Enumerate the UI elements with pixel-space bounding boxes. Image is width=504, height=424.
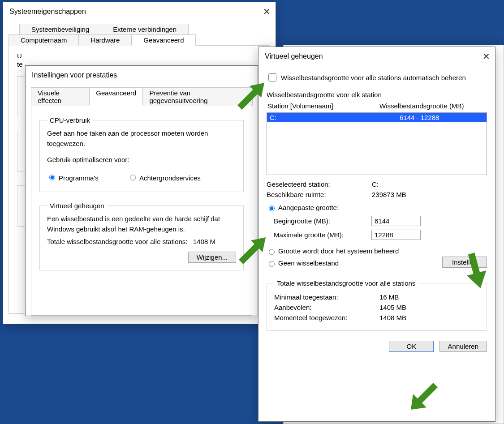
vm-group-label: Virtueel geheugen [47, 202, 107, 210]
radio-custom-size[interactable]: Aangepaste grootte: [267, 204, 487, 211]
cpu-opt-label: Gebruik optimaliseren voor: [47, 156, 236, 163]
tab-externe-verbindingen[interactable]: Externe verbindingen [101, 24, 189, 34]
total-group-label: Totale wisselbestandsgrootte voor alle s… [274, 279, 418, 287]
vm-desc1: Een wisselbestand is een gedeelte van de… [47, 214, 236, 224]
close-icon[interactable]: ✕ [482, 51, 491, 62]
tab-computernaam[interactable]: Computernaam [9, 34, 79, 46]
current-value: 1408 MB [379, 314, 406, 321]
ok-button[interactable]: OK [389, 341, 434, 352]
available-space-value: 239873 MB [372, 191, 406, 198]
window-performance-settings: Instellingen voor prestaties Visuele eff… [25, 65, 258, 316]
tab-hardware[interactable]: Hardware [78, 34, 132, 46]
drive-list[interactable]: C: 6144 - 12288 [267, 112, 487, 175]
col-station: Station [Volumenaam] [267, 102, 379, 110]
selected-station-value: C: [372, 180, 379, 188]
recommended-value: 1405 MB [379, 304, 406, 311]
min-allowed-label: Minimaal toegestaan: [274, 293, 379, 301]
cancel-button[interactable]: Annuleren [439, 341, 487, 352]
sysprops-text-fragment: U [17, 52, 262, 60]
set-button[interactable]: Instellen [442, 257, 487, 268]
cpu-desc: Geef aan hoe taken aan de processor moet… [47, 128, 236, 149]
tab-visuele-effecten[interactable]: Visuele effecten [31, 87, 90, 106]
vm-total-value: 1408 M [193, 238, 215, 245]
col-size: Wisselbestandsgrootte (MB) [379, 102, 484, 110]
tab-perf-geavanceerd[interactable]: Geavanceerd [89, 87, 143, 106]
per-station-label: Wisselbestandsgrootte voor elk station [267, 91, 487, 99]
window-virtual-memory: Virtueel geheugen ✕ Wisselbestandsgroott… [258, 47, 495, 422]
max-size-label: Maximale grootte (MB): [274, 231, 371, 239]
drive-row-c[interactable]: C: 6144 - 12288 [267, 113, 487, 122]
tab-dep[interactable]: Preventie van gegevensuitvoering [142, 87, 253, 106]
change-button[interactable]: Wijzigen... [188, 252, 236, 263]
close-icon[interactable]: ✕ [262, 6, 271, 17]
tab-geavanceerd[interactable]: Geavanceerd [131, 34, 196, 46]
initial-size-label: Begingrootte (MB): [274, 217, 371, 225]
radio-programs[interactable]: Programma's [47, 173, 128, 182]
radio-bg-services[interactable]: Achtergrondservices [128, 173, 201, 182]
vm-title: Virtueel geheugen [265, 52, 323, 60]
min-allowed-value: 16 MB [379, 293, 399, 301]
auto-manage-label: Wisselbestandsgrootte voor alle stations… [281, 74, 466, 81]
tab-systeembeveiliging[interactable]: Systeembeveiliging [19, 24, 101, 34]
perf-title: Instellingen voor prestaties [32, 71, 117, 79]
initial-size-input[interactable] [371, 216, 421, 226]
auto-manage-checkbox[interactable]: Wisselbestandsgrootte voor alle stations… [267, 72, 487, 83]
recommended-label: Aanbevolen: [274, 304, 379, 311]
available-space-label: Beschikbare ruimte: [267, 191, 372, 198]
vm-desc2: Windows gebruikt alsof het RAM-geheugen … [47, 224, 236, 235]
current-label: Momenteel toegewezen: [274, 314, 379, 321]
sysprops-title: Systeemeigenschappen [9, 8, 86, 16]
cpu-group-label: CPU-verbruik [47, 116, 93, 124]
max-size-input[interactable] [371, 230, 421, 240]
selected-station-label: Geselecteerd station: [267, 180, 372, 188]
radio-system-managed[interactable]: Grootte wordt door het systeem beheerd [267, 247, 487, 255]
vm-total-label: Totale wisselbestandsgrootte voor alle s… [47, 238, 188, 245]
